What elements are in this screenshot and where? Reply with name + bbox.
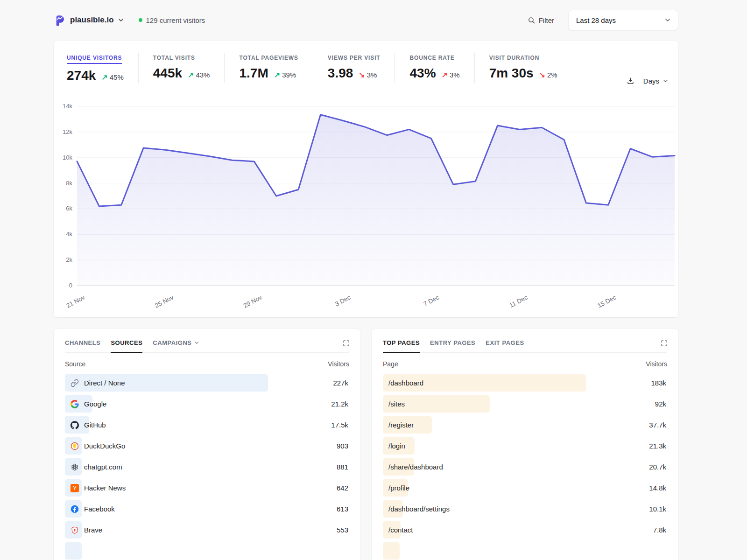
top-bar: plausible.io 129 current visitors Filter…	[54, 9, 678, 31]
row-label: GitHub	[84, 421, 106, 429]
github-icon	[70, 421, 79, 429]
svg-text:3 Dec: 3 Dec	[334, 294, 352, 308]
svg-text:12k: 12k	[63, 128, 72, 135]
source-row[interactable]: Direct / None227k	[65, 374, 349, 392]
page-row[interactable]: /contact7.8k	[383, 521, 667, 539]
svg-text:11 Dec: 11 Dec	[508, 294, 529, 309]
row-content: /dashboard/settings10.1k	[383, 505, 667, 513]
row-visitors: 183k	[651, 379, 667, 387]
tab-label: EXIT PAGES	[486, 339, 524, 346]
current-visitors: 129 current visitors	[139, 16, 205, 24]
row-content: DuckDuckGo903	[65, 442, 349, 450]
svg-text:0: 0	[69, 282, 72, 289]
tab-channels[interactable]: CHANNELS	[65, 339, 100, 352]
page-row[interactable]: /dashboard183k	[383, 374, 667, 392]
row-label: /register	[388, 421, 414, 429]
row-visitors: 903	[337, 442, 349, 450]
source-row[interactable]: DuckDuckGo903	[65, 437, 349, 455]
date-range-select[interactable]: Last 28 days	[568, 10, 678, 30]
source-row[interactable]: chatgpt.com881	[65, 458, 349, 476]
stat-change: 3%	[450, 71, 460, 79]
bottom-panels: CHANNELSSOURCESCAMPAIGNS Source Visitors…	[54, 329, 678, 560]
row-bar	[383, 542, 400, 560]
filter-button[interactable]: Filter	[528, 16, 554, 24]
stat-visit-duration[interactable]: VISIT DURATION7m 30s↘2%	[474, 53, 572, 83]
svg-text:14k: 14k	[63, 103, 72, 110]
row-label: /profile	[388, 484, 409, 492]
page-row[interactable]: /profile14.8k	[383, 479, 667, 497]
tab-campaigns[interactable]: CAMPAIGNS	[153, 339, 199, 352]
page-row[interactable]: /sites92k	[383, 395, 667, 413]
tab-sources[interactable]: SOURCES	[111, 339, 142, 352]
stat-label: UNIQUE VISITORS	[67, 55, 122, 64]
expand-icon[interactable]	[660, 339, 668, 347]
row-content: /share/dashboard20.7k	[383, 463, 667, 471]
row-content: Brave553	[65, 526, 349, 534]
row-visitors: 17.5k	[331, 421, 349, 429]
row-visitors: 613	[337, 505, 349, 513]
tab-label: ENTRY PAGES	[430, 339, 475, 346]
interval-select[interactable]: Days	[643, 77, 669, 85]
stat-label: BOUNCE RATE	[409, 55, 454, 61]
stat-label: VISIT DURATION	[489, 55, 540, 61]
live-dot-icon	[139, 18, 142, 22]
page-row[interactable]: /dashboard/settings10.1k	[383, 500, 667, 518]
source-row[interactable]: Hacker News642	[65, 479, 349, 497]
stat-views-per-visit[interactable]: VIEWS PER VISIT3.98↘3%	[313, 53, 395, 83]
chevron-down-icon	[664, 16, 671, 24]
stat-value-row: 43%↗3%	[409, 66, 459, 81]
row-content: GitHub17.5k	[65, 421, 349, 429]
stat-unique-visitors[interactable]: UNIQUE VISITORS274k↗45%	[67, 53, 138, 83]
row-label: /login	[388, 442, 405, 450]
page-row[interactable]: /login21.3k	[383, 437, 667, 455]
row-content: /contact7.8k	[383, 526, 667, 534]
row-label: Google	[84, 400, 106, 408]
page-row[interactable]: /share/dashboard20.7k	[383, 458, 667, 476]
source-row[interactable]: GitHub17.5k	[65, 416, 349, 434]
stat-bounce-rate[interactable]: BOUNCE RATE43%↗3%	[395, 53, 474, 83]
stat-value: 1.7M	[239, 66, 268, 81]
google-icon	[70, 400, 79, 408]
row-label: /share/dashboard	[388, 463, 443, 471]
arrow-up-icon: ↗	[274, 70, 280, 79]
row-label: Hacker News	[84, 484, 126, 492]
expand-icon[interactable]	[342, 339, 350, 347]
svg-text:8k: 8k	[66, 180, 72, 187]
download-icon[interactable]	[626, 77, 635, 85]
row-content: Hacker News642	[65, 484, 349, 492]
row-visitors: 10.1k	[649, 505, 667, 513]
arrow-down-icon: ↘	[359, 70, 365, 79]
stats-row: UNIQUE VISITORS274k↗45%TOTAL VISITS445k↗…	[54, 41, 678, 83]
row-label: /dashboard	[388, 379, 423, 387]
row-label: Facebook	[84, 505, 115, 513]
source-row[interactable]: Google21.2k	[65, 395, 349, 413]
row-visitors: 227k	[333, 379, 349, 387]
tab-label: TOP PAGES	[383, 339, 420, 346]
stat-value: 7m 30s	[489, 66, 534, 81]
row-content: /login21.3k	[383, 442, 667, 450]
source-row[interactable]: Facebook613	[65, 500, 349, 518]
tab-entry-pages[interactable]: ENTRY PAGES	[430, 339, 475, 352]
tab-top-pages[interactable]: TOP PAGES	[383, 339, 420, 352]
arrow-down-icon: ↘	[539, 70, 545, 79]
stat-value-row: 3.98↘3%	[328, 66, 381, 81]
partial-row	[383, 542, 667, 560]
stat-change: 39%	[282, 71, 296, 79]
row-label: /sites	[388, 400, 405, 408]
dashboard-page: plausible.io 129 current visitors Filter…	[54, 0, 678, 560]
page-row[interactable]: /register37.7k	[383, 416, 667, 434]
row-visitors: 553	[337, 526, 349, 534]
interval-value: Days	[643, 77, 659, 85]
hackernews-icon	[70, 484, 79, 492]
row-label: DuckDuckGo	[84, 442, 125, 450]
row-label: chatgpt.com	[84, 463, 122, 471]
sources-card: CHANNELSSOURCESCAMPAIGNS Source Visitors…	[54, 329, 360, 560]
stat-total-visits[interactable]: TOTAL VISITS445k↗43%	[138, 53, 225, 83]
source-row[interactable]: Brave553	[65, 521, 349, 539]
site-switcher-chevron-icon[interactable]	[117, 16, 125, 24]
filter-label: Filter	[539, 16, 554, 24]
tab-label: SOURCES	[111, 339, 142, 346]
stat-total-pageviews[interactable]: TOTAL PAGEVIEWS1.7M↗39%	[224, 53, 312, 83]
site-name[interactable]: plausible.io	[70, 15, 114, 25]
tab-exit-pages[interactable]: EXIT PAGES	[486, 339, 524, 352]
